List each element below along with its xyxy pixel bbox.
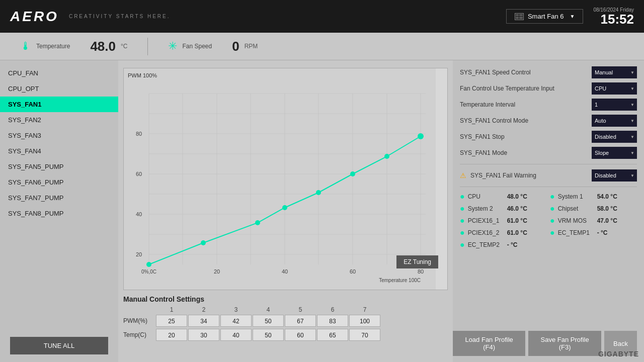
temp-name: System 2 <box>468 205 504 212</box>
mc-header-7: 7 <box>349 306 380 313</box>
curve-point-5 <box>350 171 355 176</box>
pwm-cell-5[interactable]: 83 <box>317 315 348 327</box>
temp-cell-3[interactable]: 50 <box>253 329 284 341</box>
fan-item-sys_fan4[interactable]: SYS_FAN4 <box>0 143 118 159</box>
temp-name: CPU <box>468 193 504 200</box>
pwm-label: PWM(%) <box>123 317 156 324</box>
mc-header-4: 4 <box>253 306 284 313</box>
fan-speed-stat: ✳ Fan Speed <box>168 40 212 53</box>
temp-input-label: Fan Control Use Temperature Input <box>460 85 592 92</box>
temp-input-dropdown[interactable]: CPU System <box>592 82 637 95</box>
temp-bullet: ● <box>550 216 555 225</box>
curve-point-4 <box>316 190 321 195</box>
temp-name: PCIEX16_2 <box>468 229 504 236</box>
temp-name: VRM MOS <box>558 217 594 224</box>
divider-2 <box>460 187 637 187</box>
fail-warning-row: ⚠ SYS_FAN1 Fail Warning Disabled Enabled <box>460 169 637 182</box>
temp-label: Temp(C) <box>123 331 156 338</box>
speed-control-row: SYS_FAN1 Speed Control Manual Auto <box>460 66 637 78</box>
fan-speed-label: Fan Speed <box>182 43 212 50</box>
fan-item-cpu_opt[interactable]: CPU_OPT <box>0 81 118 97</box>
fan-stop-select[interactable]: Disabled Enabled <box>592 131 637 143</box>
fail-warning-dropdown[interactable]: Disabled Enabled <box>592 169 637 182</box>
fan-stop-dropdown[interactable]: Disabled Enabled <box>592 131 637 143</box>
fan-item-sys_fan1[interactable]: SYS_FAN1 <box>0 97 118 112</box>
right-panel: SYS_FAN1 Speed Control Manual Auto Fan C… <box>453 60 644 362</box>
chart-svg: PWM 100% <box>124 68 436 290</box>
pwm-cell-6[interactable]: 100 <box>349 315 380 327</box>
curve-point-0 <box>146 262 151 267</box>
save-profile-button[interactable]: Save Fan Profile (F3) <box>528 331 601 356</box>
smart-fan-selector[interactable]: Smart Fan 6 ▼ <box>506 9 583 24</box>
pwm-cell-4[interactable]: 67 <box>285 315 316 327</box>
temp-cell-6[interactable]: 70 <box>349 329 380 341</box>
temp-item-ec_temp2: ● EC_TEMP2 - °C <box>460 240 547 249</box>
temp-value: - °C <box>507 241 518 248</box>
temp-cell-4[interactable]: 60 <box>285 329 316 341</box>
svg-text:20: 20 <box>136 251 142 257</box>
temp-input-select[interactable]: CPU System <box>592 82 637 95</box>
speed-control-select[interactable]: Manual Auto <box>592 66 637 78</box>
temp-item-vrm-mos: ● VRM MOS 47.0 °C <box>550 216 637 225</box>
temp-item-cpu: ● CPU 48.0 °C <box>460 192 547 201</box>
header: AERO CREATIVITY STARTS HERE. Smart Fan 6… <box>0 0 644 33</box>
fan-mode-label: SYS_FAN1 Mode <box>460 149 592 156</box>
fan-item-sys_fan3[interactable]: SYS_FAN3 <box>0 128 118 143</box>
fan-item-cpu_fan[interactable]: CPU_FAN <box>0 65 118 81</box>
temp-value: 46.0 °C <box>507 205 527 212</box>
temp-interval-select[interactable]: 1 2 <box>592 99 637 111</box>
time-display: 15:52 <box>593 13 634 26</box>
fan-mode-dropdown[interactable]: Slope Stair <box>592 147 637 159</box>
temp-item-pciex16_2: ● PCIEX16_2 61.0 °C <box>460 228 547 237</box>
svg-text:40: 40 <box>136 211 142 217</box>
load-profile-button[interactable]: Load Fan Profile (F4) <box>453 331 525 356</box>
temp-bullet: ● <box>550 228 555 237</box>
temp-cell-1[interactable]: 30 <box>188 329 219 341</box>
fan-icon: ✳ <box>168 40 177 53</box>
fail-warning-select[interactable]: Disabled Enabled <box>592 169 637 182</box>
mc-header-2: 2 <box>188 306 219 313</box>
svg-text:80: 80 <box>418 268 424 275</box>
temp-bullet: ● <box>550 192 555 201</box>
temp-bullet: ● <box>550 204 555 213</box>
pwm-cell-0[interactable]: 25 <box>156 315 187 327</box>
fan-item-sys_fan2[interactable]: SYS_FAN2 <box>0 112 118 128</box>
speed-control-dropdown[interactable]: Manual Auto <box>592 66 637 78</box>
pwm-cell-2[interactable]: 42 <box>220 315 252 327</box>
control-mode-dropdown[interactable]: Auto Manual <box>592 115 637 127</box>
svg-text:0%,0C: 0%,0C <box>141 269 156 275</box>
fan-list: CPU_FANCPU_OPTSYS_FAN1SYS_FAN2SYS_FAN3SY… <box>0 65 118 221</box>
mc-header-1: 1 <box>156 306 187 313</box>
temp-value: 58.0 °C <box>597 205 617 212</box>
ez-tuning-button[interactable]: EZ Tuning <box>396 255 438 268</box>
fan-sidebar: CPU_FANCPU_OPTSYS_FAN1SYS_FAN2SYS_FAN3SY… <box>0 60 118 362</box>
temp-value: 48.0 °C <box>507 193 527 200</box>
fail-warning-label: SYS_FAN1 Fail Warning <box>470 172 592 179</box>
temp-value: 54.0 °C <box>597 193 617 200</box>
temp-value: 47.0 °C <box>597 217 617 224</box>
temp-interval-dropdown[interactable]: 1 2 <box>592 99 637 111</box>
fan-curve-chart[interactable]: PWM 100% <box>123 68 448 290</box>
temp-cell-5[interactable]: 65 <box>317 329 348 341</box>
pwm-cell-1[interactable]: 34 <box>188 315 219 327</box>
curve-point-6 <box>384 154 389 159</box>
fan-item-sys_fan8_pump[interactable]: SYS_FAN8_PUMP <box>0 206 118 221</box>
fan-item-sys_fan6_pump[interactable]: SYS_FAN6_PUMP <box>0 174 118 190</box>
fan-item-sys_fan7_pump[interactable]: SYS_FAN7_PUMP <box>0 190 118 206</box>
fan-mode-select[interactable]: Slope Stair <box>592 147 637 159</box>
temperature-value: 48.0 <box>90 39 116 54</box>
curve-point-1 <box>201 240 206 245</box>
svg-text:60: 60 <box>350 268 356 275</box>
temp-value: 61.0 °C <box>507 229 527 236</box>
control-mode-select[interactable]: Auto Manual <box>592 115 637 127</box>
temperature-value-item: 48.0 °C <box>90 39 127 54</box>
temp-cell-2[interactable]: 40 <box>220 329 252 341</box>
pwm-cell-3[interactable]: 50 <box>253 315 284 327</box>
fan-item-sys_fan5_pump[interactable]: SYS_FAN5_PUMP <box>0 159 118 174</box>
temp-interval-label: Temperature Interval <box>460 101 592 108</box>
temp-cell-0[interactable]: 20 <box>156 329 187 341</box>
tune-all-button[interactable]: TUNE ALL <box>10 337 108 354</box>
temperature-grid: ● CPU 48.0 °C ● System 1 54.0 °C ● Syste… <box>460 192 637 249</box>
temp-item-ec_temp1: ● EC_TEMP1 - °C <box>550 228 637 237</box>
temp-value: - °C <box>597 229 608 236</box>
